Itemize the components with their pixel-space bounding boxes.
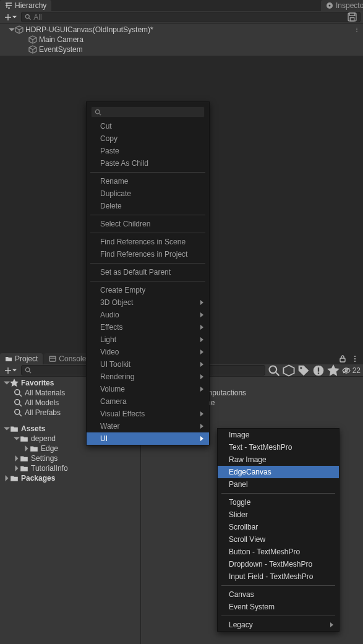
- submenu-item-toggle[interactable]: Toggle: [218, 496, 339, 509]
- create-dropdown-button[interactable]: [2, 14, 19, 21]
- svg-point-10: [356, 31, 357, 32]
- inspector-tab[interactable]: Inspector: [321, 0, 363, 11]
- packages-header[interactable]: Packages: [0, 473, 140, 483]
- svg-point-17: [269, 366, 276, 373]
- search-icon: [14, 408, 22, 417]
- context-item-delete[interactable]: Delete: [87, 200, 209, 212]
- svg-rect-21: [317, 372, 318, 374]
- context-item-rendering[interactable]: Rendering: [87, 371, 209, 383]
- submenu-item-legacy[interactable]: Legacy: [218, 619, 339, 631]
- context-item-find-references-in-scene[interactable]: Find References in Scene: [87, 236, 209, 248]
- filter-type-icon[interactable]: [283, 366, 295, 376]
- context-item-light[interactable]: Light: [87, 333, 209, 346]
- context-menu: CutCopyPastePaste As ChildRenameDuplicat…: [86, 101, 210, 445]
- filter-label-icon[interactable]: [297, 366, 310, 376]
- submenu-item-scrollbar[interactable]: Scrollbar: [218, 521, 339, 533]
- search-icon: [14, 398, 22, 407]
- context-item-paste[interactable]: Paste: [87, 145, 209, 157]
- console-icon: [49, 355, 56, 363]
- inspector-tab-label: Inspector: [336, 1, 363, 10]
- submenu-item-edgecanvas[interactable]: EdgeCanvas: [218, 466, 339, 478]
- submenu-item-input-field-textmeshpro[interactable]: Input Field - TextMeshPro: [218, 570, 339, 583]
- gameobject-label: EventSystem: [39, 45, 83, 54]
- context-item-camera[interactable]: Camera: [87, 395, 209, 408]
- context-item-set-as-default-parent[interactable]: Set as Default Parent: [87, 266, 209, 278]
- save-search-icon[interactable]: [348, 13, 357, 22]
- svg-point-14: [354, 358, 356, 359]
- hierarchy-search-input[interactable]: [21, 12, 361, 22]
- submenu-item-canvas[interactable]: Canvas: [218, 588, 339, 601]
- console-tab-label: Console: [59, 354, 86, 363]
- inspector-icon: [326, 2, 333, 9]
- folder-item[interactable]: Settings: [0, 453, 140, 463]
- folder-icon: [20, 454, 28, 463]
- context-item-3d-object[interactable]: 3D Object: [87, 296, 209, 309]
- svg-rect-11: [49, 356, 56, 361]
- context-item-ui-toolkit[interactable]: UI Toolkit: [87, 358, 209, 371]
- submenu-item-button-textmeshpro[interactable]: Button - TextMeshPro: [218, 546, 339, 558]
- context-item-video[interactable]: Video: [87, 346, 209, 358]
- submenu-item-panel[interactable]: Panel: [218, 478, 339, 491]
- folder-label: depend: [31, 434, 56, 443]
- context-item-paste-as-child[interactable]: Paste As Child: [87, 157, 209, 170]
- submenu-item-dropdown-textmeshpro[interactable]: Dropdown - TextMeshPro: [218, 558, 339, 570]
- filter-log-icon[interactable]: [312, 366, 325, 376]
- submenu-item-event-system[interactable]: Event System: [218, 601, 339, 613]
- submenu-item-image[interactable]: Image: [218, 429, 339, 441]
- context-item-water[interactable]: Water: [87, 420, 209, 432]
- folder-item[interactable]: TutorialInfo: [0, 463, 140, 473]
- folder-icon: [20, 464, 28, 473]
- gameobject-row[interactable]: EventSystem: [0, 45, 363, 54]
- assets-label: Assets: [21, 424, 45, 433]
- scene-row[interactable]: HDRP-UGUICanvas(OldInputSystem)*: [0, 25, 363, 35]
- gameobject-icon: [28, 35, 37, 44]
- context-item-find-references-in-project[interactable]: Find References in Project: [87, 248, 209, 260]
- search-all-icon[interactable]: [268, 366, 280, 376]
- context-item-copy[interactable]: Copy: [87, 132, 209, 145]
- context-item-rename[interactable]: Rename: [87, 175, 209, 187]
- hierarchy-tab[interactable]: Hierarchy: [0, 0, 51, 11]
- gameobject-label: Main Camera: [39, 35, 83, 44]
- context-item-volume[interactable]: Volume: [87, 383, 209, 395]
- context-item-duplicate[interactable]: Duplicate: [87, 187, 209, 200]
- submenu-item-slider[interactable]: Slider: [218, 509, 339, 521]
- gameobject-row[interactable]: Main Camera: [0, 35, 363, 45]
- favorite-label: All Models: [25, 398, 59, 407]
- context-search-input[interactable]: [91, 106, 205, 118]
- context-item-audio[interactable]: Audio: [87, 309, 209, 321]
- scene-kebab-icon[interactable]: [354, 25, 363, 34]
- lock-icon[interactable]: [338, 354, 347, 363]
- submenu-item-raw-image[interactable]: Raw Image: [218, 453, 339, 466]
- svg-point-18: [300, 367, 302, 369]
- context-item-visual-effects[interactable]: Visual Effects: [87, 408, 209, 420]
- context-item-ui[interactable]: UI: [87, 432, 209, 445]
- svg-point-23: [15, 390, 20, 395]
- context-submenu-ui: ImageText - TextMeshProRaw ImageEdgeCanv…: [217, 428, 340, 632]
- context-item-effects[interactable]: Effects: [87, 321, 209, 333]
- kebab-menu-icon[interactable]: [351, 354, 359, 363]
- context-item-select-children[interactable]: Select Children: [87, 218, 209, 230]
- scene-icon: [15, 25, 23, 34]
- filter-favorite-icon[interactable]: [327, 366, 340, 376]
- foldout-icon[interactable]: [9, 27, 15, 33]
- submenu-item-scroll-view[interactable]: Scroll View: [218, 533, 339, 546]
- hierarchy-icon: [5, 2, 12, 9]
- scene-name: HDRP-UGUICanvas(OldInputSystem)*: [25, 25, 153, 34]
- submenu-item-text-textmeshpro[interactable]: Text - TextMeshPro: [218, 441, 339, 453]
- folder-icon: [10, 474, 19, 483]
- svg-point-13: [354, 356, 356, 357]
- project-tab[interactable]: Project: [0, 353, 43, 364]
- svg-point-8: [356, 28, 357, 28]
- gameobject-icon: [28, 45, 37, 54]
- hierarchy-search-field[interactable]: [33, 13, 345, 22]
- project-icon: [5, 355, 12, 363]
- favorite-label: All Materials: [25, 389, 65, 397]
- hidden-count[interactable]: 22: [342, 366, 361, 375]
- svg-point-16: [25, 367, 29, 371]
- project-create-button[interactable]: [2, 367, 19, 374]
- folder-icon: [20, 434, 28, 443]
- context-item-create-empty[interactable]: Create Empty: [87, 284, 209, 296]
- context-item-cut[interactable]: Cut: [87, 120, 209, 132]
- console-tab[interactable]: Console: [44, 353, 91, 364]
- svg-point-24: [15, 400, 20, 405]
